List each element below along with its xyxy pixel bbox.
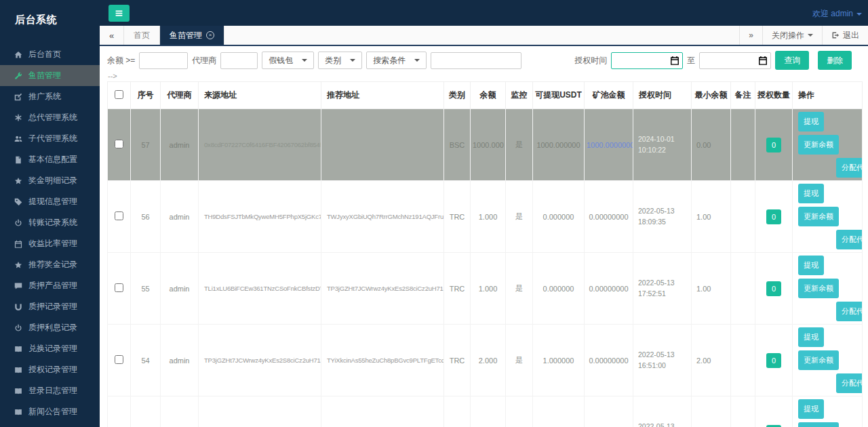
sidebar-item-auth-record[interactable]: 授权记录管理 [0, 359, 100, 380]
sidebar-item-news-announcement[interactable]: 新闻公告管理 [0, 401, 100, 422]
withdraw-button[interactable]: 提现 [798, 327, 824, 347]
balance-filter-input[interactable] [139, 52, 188, 69]
category-select[interactable]: 类别 [318, 52, 362, 69]
auth-count-badge[interactable]: 0 [766, 138, 781, 152]
book-icon [14, 408, 22, 416]
update-balance-button[interactable]: 更新余额 [798, 279, 839, 298]
row-checkbox[interactable] [115, 140, 123, 148]
withdraw-button[interactable]: 提现 [798, 256, 824, 275]
auth-count-badge[interactable]: 0 [766, 281, 781, 296]
calendar-icon [14, 240, 22, 248]
auth-count-badge[interactable]: 0 [766, 425, 781, 427]
withdraw-button[interactable]: 提现 [798, 112, 824, 131]
tabs-collapse-button[interactable]: « [100, 26, 124, 45]
pool-amount-link[interactable]: 1000.00000000 [587, 141, 633, 149]
magnet-icon [14, 303, 22, 311]
sidebar-item-transfer-record[interactable]: 转账记录系统 [0, 212, 100, 233]
sidebar-item-home[interactable]: 后台首页 [0, 44, 100, 65]
hamburger-icon [115, 9, 123, 18]
close-icon[interactable]: × [206, 31, 214, 39]
sidebar-item-referral-bonus[interactable]: 推荐奖金记录 [0, 254, 100, 275]
sidebar-item-label: 总代管理系统 [28, 112, 77, 123]
table-row: 57 admin 0x8cdF07227C0f6416FBF42067062bf… [108, 109, 863, 181]
tab-home[interactable]: 首页 [124, 26, 160, 45]
auth-count-badge[interactable]: 0 [766, 353, 781, 368]
row-checkbox[interactable] [115, 211, 123, 220]
sidebar-item-fry-management[interactable]: 鱼苗管理 [0, 65, 100, 86]
row-checkbox[interactable] [115, 283, 123, 292]
sidebar-item-sub-agent[interactable]: 子代管理系统 [0, 128, 100, 149]
col-referral-address: 推荐地址 [321, 82, 444, 109]
category-label: 类别 [325, 55, 341, 66]
close-operations-dropdown[interactable]: 关闭操作 [762, 26, 822, 45]
update-balance-button[interactable]: 更新余额 [798, 135, 839, 155]
sidebar-item-pledge-interest[interactable]: 质押利息记录 [0, 317, 100, 338]
table-header-row: 序号 代理商 来源地址 推荐地址 类别 余额 监控 可提现USDT 矿池金额 授… [108, 82, 863, 109]
cell-agent: admin [161, 181, 199, 253]
user-menu[interactable]: 欢迎 admin [812, 8, 862, 20]
sidebar-item-withdraw-info[interactable]: 提现信息管理 [0, 191, 100, 212]
sidebar-item-promotion[interactable]: 推广系统 [0, 86, 100, 107]
cell-pool-amount: 0.00000000 [585, 253, 633, 325]
to-label: 至 [687, 55, 695, 66]
col-min-balance: 最小余额 [692, 82, 731, 109]
tab-bar: « 首页 鱼苗管理× » 关闭操作 退出 [100, 26, 868, 46]
cell-pool-amount: 0.00000000 [585, 396, 633, 427]
update-balance-button[interactable]: 更新余额 [798, 207, 839, 226]
cell-agent: admin [161, 325, 199, 396]
cell-withdrawable: 1000.000000 [533, 109, 585, 181]
logout-button[interactable]: 退出 [822, 26, 868, 45]
search-value-input[interactable] [431, 52, 521, 69]
assign-agent-button[interactable]: 分配代理 [836, 302, 863, 321]
withdraw-button[interactable]: 提现 [798, 399, 824, 419]
sidebar-item-basic-info[interactable]: 基本信息配置 [0, 149, 100, 170]
update-balance-button[interactable]: 更新余额 [798, 350, 839, 370]
cell-referral-address: TWJyxyXGbiUQh7RrrGMchNz191AQJFruTk [321, 181, 444, 253]
fry-table: 序号 代理商 来源地址 推荐地址 类别 余额 监控 可提现USDT 矿池金额 授… [107, 81, 863, 427]
sidebar-toggle-button[interactable] [108, 5, 130, 22]
sidebar-item-pledge-record[interactable]: 质押记录管理 [0, 296, 100, 317]
sidebar-item-bonus-detail[interactable]: 奖金明细记录 [0, 170, 100, 191]
cell-source-address: TP3jGZHt7JCWrwz4yKxEs2S8ciCz2uH71S [199, 325, 321, 396]
sidebar-item-label: 兑换记录管理 [28, 343, 77, 354]
sidebar-item-login-log[interactable]: 登录日志管理 [0, 380, 100, 401]
calendar-icon[interactable] [670, 56, 679, 65]
col-withdrawable-usdt: 可提现USDT [533, 82, 585, 109]
fake-wallet-select[interactable]: 假钱包 [262, 52, 314, 69]
users-icon [14, 135, 22, 143]
cell-referral-address: TP3jGZHt7JCWrwz4yKxEs2S8ciCz2uH71S [321, 253, 444, 325]
query-button[interactable]: 查询 [775, 51, 809, 70]
cell-category: TRC [444, 181, 471, 253]
select-all-checkbox[interactable] [115, 90, 123, 99]
assign-agent-button[interactable]: 分配代理 [836, 373, 863, 393]
sidebar-item-profit-ratio[interactable]: 收益比率管理 [0, 233, 100, 254]
col-auth-count: 授权数量 [755, 82, 793, 109]
tab-fry-management[interactable]: 鱼苗管理× [160, 26, 224, 45]
agent-filter-input[interactable] [220, 52, 258, 69]
sidebar-item-general-agent[interactable]: 总代管理系统 [0, 107, 100, 128]
assign-agent-button[interactable]: 分配代理 [836, 230, 863, 249]
power-icon [14, 324, 22, 332]
row-operations: 提现 更新余额 分配代理 [795, 256, 860, 321]
chevron-down-icon [808, 34, 813, 37]
filter-bar: 余额 >= 代理商 假钱包 类别 搜索条件 授权时间 至 查询 [107, 51, 863, 70]
calendar-icon[interactable] [758, 56, 768, 65]
assign-agent-button[interactable]: 分配代理 [836, 158, 863, 178]
cell-min-balance: 0.00 [692, 109, 731, 181]
sidebar-item-label: 子代管理系统 [28, 133, 77, 144]
cell-referral-address: TWJyxyXGbiUQh7RrrGMchNz191AQJFruTk [321, 396, 444, 427]
auth-count-badge[interactable]: 0 [766, 209, 781, 224]
update-balance-button[interactable]: 更新余额 [798, 422, 839, 427]
sidebar-item-label: 质押记录管理 [28, 301, 77, 312]
row-checkbox[interactable] [115, 355, 123, 364]
book-icon [14, 387, 22, 395]
cell-category: TRC [444, 253, 471, 325]
cell-auth-time: 2022-05-1307:28:00 [633, 396, 692, 427]
delete-button[interactable]: 删除 [818, 51, 852, 70]
sidebar-item-pledge-product[interactable]: 质押产品管理 [0, 275, 100, 296]
cell-category: TRC [444, 325, 471, 396]
sidebar-item-exchange-record[interactable]: 兑换记录管理 [0, 338, 100, 359]
tabs-expand-button[interactable]: » [739, 26, 762, 45]
withdraw-button[interactable]: 提现 [798, 184, 824, 203]
search-condition-select[interactable]: 搜索条件 [366, 52, 427, 69]
